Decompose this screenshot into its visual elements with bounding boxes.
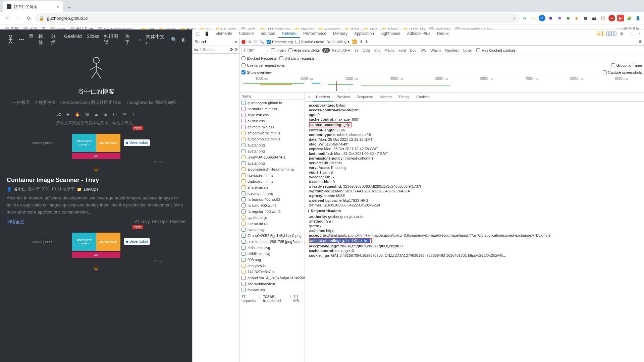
request-row[interactable]: 008.png <box>239 257 305 263</box>
details-tab-response[interactable]: Response <box>353 93 377 101</box>
request-row[interactable]: avatar.svg <box>239 227 305 233</box>
invert-check[interactable]: Invert <box>271 48 286 52</box>
ext-icon[interactable]: ▶ <box>617 15 624 21</box>
request-row[interactable]: clipboard.min.js <box>239 178 305 184</box>
url-input[interactable]: 🔒 guzhongren.github.io ☆ <box>35 13 520 23</box>
github-icon[interactable]: ⎇ <box>55 111 62 118</box>
devtools-tab-redux[interactable]: Redux <box>434 30 452 38</box>
request-row[interactable]: fa-solid-900.woff2 <box>239 202 305 208</box>
request-row[interactable]: all.min.css <box>239 118 305 124</box>
filter-type-fetch/xhr[interactable]: Fetch/XHR <box>330 48 352 53</box>
third-party-check[interactable]: 3rd-party requests <box>279 56 315 60</box>
request-row[interactable]: loading.min.svg <box>239 190 305 196</box>
name-column-header[interactable]: Name <box>239 93 305 100</box>
devtools-tab-adblock plus[interactable]: Adblock Plus <box>404 30 434 38</box>
details-tab-preview[interactable]: Preview <box>333 93 353 101</box>
back-button[interactable]: ← <box>3 13 12 23</box>
ext-icon[interactable]: 📷 <box>591 15 598 21</box>
inspect-icon[interactable]: ⬚ <box>194 31 202 37</box>
request-row[interactable]: autocomplete.min.js <box>239 136 305 142</box>
devtools-tab-lighthouse[interactable]: Lighthouse <box>377 30 404 38</box>
new-tab-button[interactable]: + <box>64 3 74 12</box>
details-tab-timing[interactable]: Timing <box>395 93 413 101</box>
ext-icon[interactable]: ♻ <box>521 15 528 21</box>
extensions-icon[interactable]: 🧩 <box>626 15 633 21</box>
details-tab-initiator[interactable]: Initiator <box>376 93 395 101</box>
devtools-tab-elements[interactable]: Elements <box>212 30 235 38</box>
request-row[interactable]: collect?v=1&_v=j94&aip=1&a=2039700... <box>239 275 305 281</box>
request-row[interactable]: smooth-scroll.min.js <box>239 130 305 136</box>
social-icon[interactable]: ☁ <box>93 111 100 118</box>
forward-button[interactable]: → <box>13 13 23 23</box>
clear-icon[interactable]: ⊘ <box>234 47 238 52</box>
close-icon[interactable]: × <box>636 31 643 37</box>
record-button[interactable] <box>241 40 246 44</box>
request-row[interactable]: js?id=UA-158950474-1 <box>239 154 305 160</box>
search-icon[interactable]: 🔍 <box>259 40 264 44</box>
filter-type-ws[interactable]: WS <box>419 48 428 53</box>
theme-icon[interactable]: ◐ <box>181 37 185 42</box>
request-row[interactable]: style.min.css <box>239 112 305 118</box>
filter-icon[interactable]: ▽ <box>254 40 257 44</box>
filter-type-css[interactable]: CSS <box>361 48 372 53</box>
request-row[interactable]: bilibili.min.svg <box>239 251 305 257</box>
blocked-req-check[interactable]: Blocked Requests <box>241 56 277 60</box>
timeline[interactable]: 1000 ms2000 ms3000 ms4000 ms5000 ms6000 … <box>239 76 644 93</box>
filter-type-other[interactable]: Other <box>461 48 474 53</box>
hide-data-check[interactable]: Hide data URLs <box>288 48 320 52</box>
filter-type-font[interactable]: Font <box>397 48 408 53</box>
ext-icon[interactable]: 📋 <box>600 15 606 21</box>
request-row[interactable]: analytics.js <box>239 263 305 269</box>
settings-icon[interactable]: ⚙ <box>639 40 642 44</box>
devtools-tab-application[interactable]: Application <box>351 30 377 38</box>
email-icon[interactable]: ✉ <box>121 111 128 118</box>
lang-switch[interactable]: 简体中文 › <box>146 34 166 45</box>
request-row[interactable]: 141.327ce5c7.js <box>239 269 305 275</box>
more-icon[interactable]: ••• <box>19 37 24 42</box>
nav-item[interactable]: 章 <box>29 34 34 46</box>
warnings-badge[interactable]: ⚠ 1 <box>596 32 605 36</box>
request-headers-section[interactable]: Request Headers <box>305 207 644 214</box>
site-logo-icon[interactable] <box>7 34 14 45</box>
nav-item[interactable]: 知识图谱 <box>104 34 120 46</box>
clear-button[interactable]: ⊘ <box>248 40 251 44</box>
wifi-icon[interactable]: 📶 <box>352 40 357 44</box>
reload-button[interactable]: ⟳ <box>24 13 34 23</box>
settings-icon[interactable]: ⚙ <box>618 31 626 37</box>
request-row[interactable]: algoliasearch-lite.umd.min.js <box>239 166 305 172</box>
profile-icon[interactable]: 👤 <box>635 15 641 21</box>
post-title[interactable]: Container Image Scanner - Trivy <box>7 177 185 184</box>
request-row[interactable]: favicon.ico <box>239 287 305 293</box>
nav-item[interactable]: Slides <box>87 34 99 46</box>
request-row[interactable]: fa-brands-400.woff2 <box>239 196 305 202</box>
close-icon[interactable]: × <box>56 4 59 9</box>
search-input[interactable] <box>203 48 228 52</box>
large-rows-check[interactable]: Use large request rows <box>241 63 285 67</box>
filter-type-media[interactable]: Media <box>383 48 396 53</box>
social-icon[interactable]: 知 <box>84 111 90 118</box>
ext-icon[interactable]: ✱ <box>556 15 563 21</box>
request-row[interactable]: avatar.png <box>239 148 305 154</box>
nav-item[interactable]: 关于 <box>125 34 133 46</box>
social-icon[interactable]: ▣ <box>102 111 109 118</box>
ext-icon[interactable]: ▦ <box>582 15 589 21</box>
capture-ss-check[interactable]: Capture screenshots <box>603 70 642 74</box>
request-row[interactable]: pexels-photo-2881785.jpeg?auto=com... <box>239 239 305 245</box>
devtools-tab-performance[interactable]: Performance <box>300 30 330 38</box>
request-row[interactable]: normalize.min.css <box>239 106 305 112</box>
filter-type-doc[interactable]: Doc <box>408 48 418 53</box>
close-icon[interactable]: × <box>235 40 237 44</box>
filter-type-manifest[interactable]: Manifest <box>443 48 461 53</box>
group-frame-check[interactable]: Group by frame <box>611 63 642 67</box>
ext-icon[interactable]: ✓ <box>539 15 545 21</box>
request-row[interactable]: fa-regular-400.woff2 <box>239 208 305 215</box>
upload-icon[interactable]: ⬆ <box>360 40 363 44</box>
refresh-icon[interactable]: ⟳ <box>230 47 233 52</box>
disable-cache-check[interactable]: Disable cache <box>296 40 324 44</box>
request-row[interactable]: site.webmanifest <box>239 281 305 287</box>
messages-badge[interactable]: 💬 1 <box>606 32 616 36</box>
throttling-select[interactable]: No throttling ▾ <box>327 40 350 44</box>
download-icon[interactable]: ⬇ <box>365 40 368 44</box>
devtools-tab-memory[interactable]: Memory <box>330 30 351 38</box>
filter-input[interactable] <box>241 47 268 53</box>
